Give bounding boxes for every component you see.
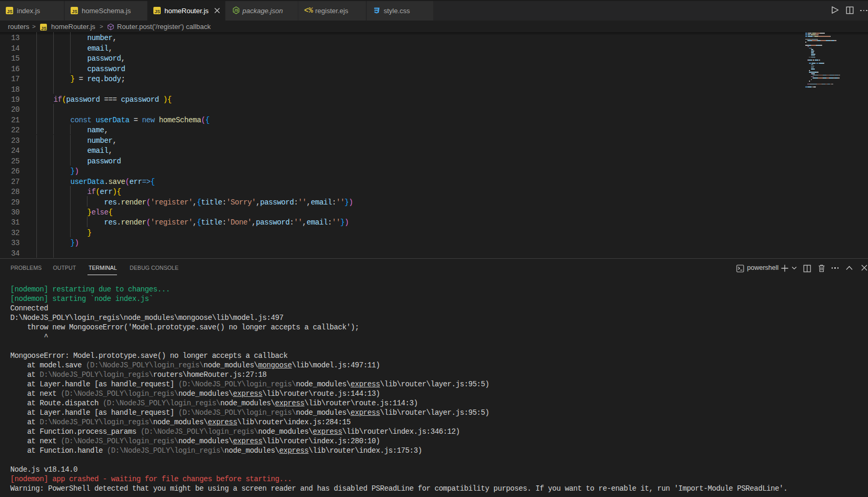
svg-text:JS: JS [234, 8, 239, 12]
